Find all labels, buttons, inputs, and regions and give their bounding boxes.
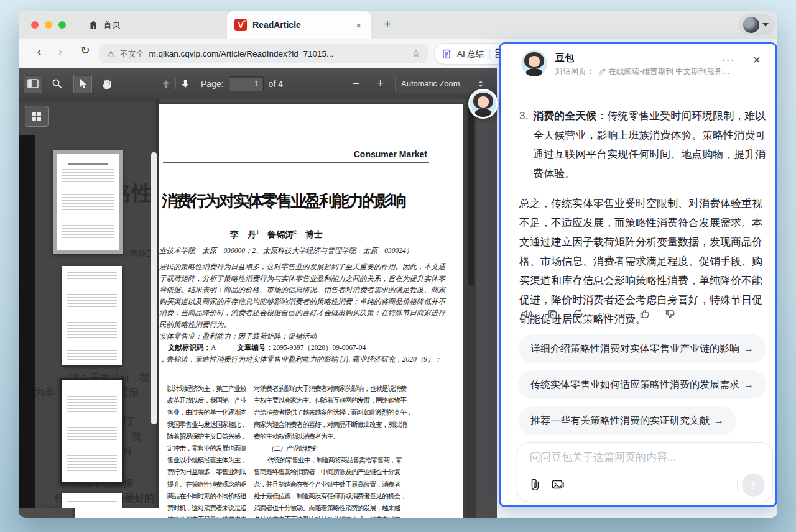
tab-title: ReadArticle bbox=[252, 20, 348, 30]
tab-bar: 首页 V ReadArticle × + bbox=[19, 11, 777, 39]
sidebar-toggle-button[interactable] bbox=[24, 75, 42, 93]
search-icon bbox=[52, 78, 62, 89]
regenerate-icon[interactable] bbox=[573, 308, 584, 319]
link-icon bbox=[598, 68, 606, 76]
copy-icon[interactable] bbox=[547, 308, 558, 319]
panel-close-icon[interactable]: × bbox=[753, 52, 761, 67]
sidebar-scrollbar[interactable] bbox=[151, 152, 157, 424]
page-label: Page: bbox=[201, 79, 224, 89]
panel-menu-button[interactable]: ··· bbox=[721, 54, 736, 66]
avatar-face bbox=[478, 96, 489, 108]
address-bar[interactable]: ⚠ 不安全 m.qikan.cqvip.com/Article/ReadInde… bbox=[100, 44, 428, 63]
cursor-icon bbox=[78, 78, 88, 89]
traffic-light-zoom[interactable] bbox=[58, 21, 66, 29]
ai-summary-button[interactable]: AI 总结 bbox=[457, 48, 484, 60]
list-text: 消费的全天候：传统零售业受时间环境限制，难以全天候营业，影响上班族消费体验。策略… bbox=[533, 106, 768, 183]
scrollbar-thumb[interactable] bbox=[468, 106, 474, 286]
thumbs-down-icon[interactable] bbox=[665, 308, 676, 319]
send-button[interactable]: ↑ bbox=[742, 474, 765, 497]
traffic-light-close[interactable] bbox=[31, 21, 39, 29]
list-item-3: 3. 消费的全天候：传统零售业受时间环境限制，难以全天候营业，影响上班族消费体验… bbox=[519, 106, 768, 183]
tab-home-label: 首页 bbox=[103, 19, 121, 30]
thumb-lines bbox=[67, 498, 117, 503]
thumbs-up-icon[interactable] bbox=[639, 308, 650, 319]
not-secure-label: 不安全 bbox=[120, 48, 144, 60]
divider bbox=[624, 309, 625, 319]
panel-subtitle: 对话网页： 在线阅读-维普期刊 中文期刊服务… bbox=[555, 66, 730, 77]
zoom-select-value: Automatic Zoom bbox=[401, 79, 460, 88]
thumbnail-view-button[interactable] bbox=[25, 106, 49, 127]
thumb-lines bbox=[62, 169, 114, 245]
article-authors: 李 丹1 鲁锦涛2 博士 bbox=[230, 229, 323, 241]
read-aloud-icon[interactable] bbox=[521, 308, 533, 319]
hand-icon bbox=[101, 78, 112, 89]
reload-button[interactable]: ↻ bbox=[76, 44, 95, 57]
select-arrows-icon bbox=[478, 81, 483, 87]
assistant-name: 豆包 bbox=[555, 52, 574, 64]
traffic-light-minimize[interactable] bbox=[45, 21, 52, 29]
thumbnail-page-4[interactable] bbox=[62, 493, 122, 508]
new-tab-button[interactable]: + bbox=[379, 17, 396, 33]
pdf-viewer: Consumer Market 消费行为对实体零售业盈利能力的影响 李 丹1 鲁… bbox=[19, 68, 497, 518]
header-rule bbox=[163, 162, 429, 163]
doubao-panel: 豆包 对话网页： 在线阅读-维普期刊 中文期刊服务… ··· × 3. 消费的全… bbox=[499, 42, 777, 507]
profile-button[interactable] bbox=[739, 14, 775, 35]
thumb-title-line bbox=[68, 163, 108, 165]
chat-input-card: ↑ bbox=[517, 442, 773, 502]
page-total: of 4 bbox=[269, 79, 283, 89]
url-text: m.qikan.cqvip.com/Article/ReadIndex?id=7… bbox=[149, 49, 407, 58]
suggestion-2[interactable]: 传统实体零售业如何适应策略性消费的发展需求→ bbox=[518, 370, 766, 399]
message-actions: ··· bbox=[521, 308, 676, 319]
zoom-out-button[interactable]: − bbox=[348, 77, 364, 90]
forward-button[interactable]: › bbox=[51, 44, 70, 58]
body-column-left: 以计划经济为主，第三产业较改革开放以后，我国第三产业售业，由过去的单一化逐渐向我… bbox=[159, 383, 246, 518]
tab-close-icon[interactable]: × bbox=[353, 20, 364, 30]
thumbnail-page-3[interactable] bbox=[60, 378, 124, 485]
article-abstract: 居民的策略性消费行为日益增多，这对零售业的发展起到了至关重要的作用。因此，本文通… bbox=[159, 261, 451, 342]
thumb-lines bbox=[67, 272, 117, 360]
article-affiliation: 业技术学院 太原 030000；2、太原科技大学经济与管理学院 太原 03002… bbox=[159, 246, 413, 255]
select-tool-button[interactable] bbox=[73, 75, 92, 93]
list-number: 3. bbox=[519, 106, 528, 183]
home-icon bbox=[88, 20, 98, 30]
thumbnail-page-2[interactable] bbox=[62, 266, 122, 365]
zoom-in-button[interactable]: + bbox=[372, 77, 389, 90]
next-page-icon[interactable] bbox=[180, 78, 191, 89]
assistant-message: 3. 消费的全天候：传统零售业受时间环境限制，难以全天候营业，影响上班族消费体验… bbox=[519, 106, 768, 329]
sidebar-edge bbox=[19, 135, 35, 508]
pdf-vertical-scrollbar[interactable] bbox=[466, 99, 476, 518]
panel-header: 豆包 对话网页： 在线阅读-维普期刊 中文期刊服务… ··· × bbox=[501, 44, 775, 84]
pdf-thumbnail-sidebar: 略性 山西轻工 内容摘要：当今 改革开放以前，我 为单一，发展较为缓慢 贸易受到… bbox=[19, 99, 159, 508]
suggestion-3[interactable]: 推荐一些有关策略性消费的实证研究文献→ bbox=[518, 406, 736, 435]
image-icon[interactable] bbox=[552, 479, 565, 490]
arrow-right-icon: → bbox=[714, 415, 724, 426]
grid-icon bbox=[31, 111, 42, 121]
paperclip-icon[interactable] bbox=[530, 479, 540, 490]
thumb-lines bbox=[67, 387, 117, 477]
doubao-floating-avatar[interactable] bbox=[468, 89, 498, 119]
more-actions-icon[interactable]: ··· bbox=[598, 308, 610, 319]
divider bbox=[737, 480, 738, 492]
page-header: Consumer Market bbox=[354, 149, 427, 159]
find-button[interactable] bbox=[47, 75, 66, 93]
divider bbox=[489, 49, 490, 59]
chat-input[interactable] bbox=[530, 451, 754, 464]
bookmark-star-icon[interactable]: ☆ bbox=[412, 48, 420, 60]
subtitle-page-link[interactable]: 在线阅读-维普期刊 中文期刊服务… bbox=[609, 66, 730, 77]
back-button[interactable]: ‹ bbox=[30, 44, 49, 58]
profile-avatar bbox=[743, 17, 759, 33]
ghost-text: 山西轻工 bbox=[122, 249, 154, 260]
body-column-right: 对消费者的影响大于消费者对商家的影响，也就是说消费主权主要以商家为主。但随着互联… bbox=[254, 383, 409, 518]
page-number-input[interactable] bbox=[229, 76, 264, 91]
sidebar-toggle-icon bbox=[27, 79, 39, 88]
tab-home[interactable]: 首页 bbox=[78, 11, 131, 39]
article-citation: ，鲁锦涛．策略性消费行为对实体零售业盈利能力的影响 [J]. 商业经济研究，20… bbox=[159, 355, 442, 364]
thumbnail-page-1[interactable] bbox=[53, 150, 123, 254]
zoom-select[interactable]: Automatic Zoom bbox=[395, 75, 489, 93]
previous-page-icon[interactable] bbox=[160, 78, 172, 89]
chevron-down-icon bbox=[762, 23, 769, 27]
hand-tool-button[interactable] bbox=[97, 75, 116, 93]
tab-readarticle[interactable]: V ReadArticle × bbox=[227, 11, 371, 39]
avatar-body bbox=[475, 109, 492, 117]
suggestion-1[interactable]: 详细介绍策略性消费对实体零售业产业链的影响→ bbox=[518, 334, 766, 363]
